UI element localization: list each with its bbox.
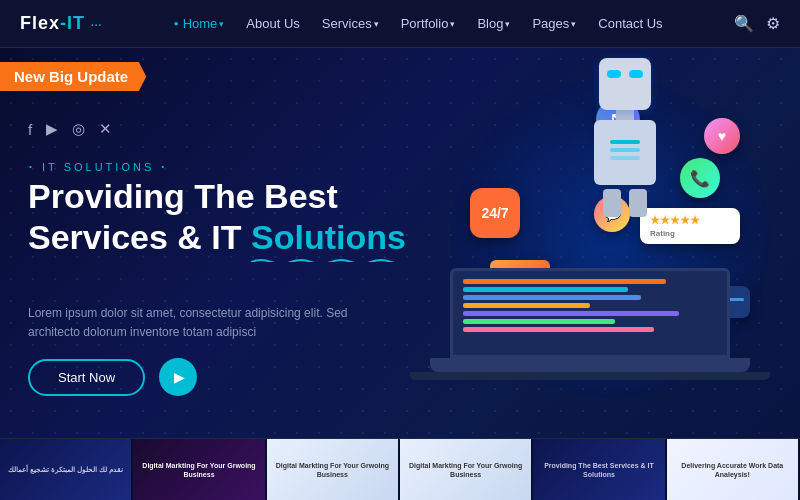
screen-bar-2: [463, 287, 628, 292]
nav-services[interactable]: Services ▾: [322, 16, 379, 31]
laptop-base: [430, 358, 750, 372]
robot-head: [599, 58, 651, 110]
screen-content: [453, 271, 727, 343]
laptop-bottom: [410, 372, 770, 380]
phone-icon-card: 📞: [680, 158, 720, 198]
laptop-illustration: [400, 268, 780, 418]
thumb-6-content: Delivering Accurate Work Data Analeysis!: [667, 439, 798, 500]
heart-icon-card: ♥: [704, 118, 740, 154]
robot-leg-right: [629, 189, 647, 217]
settings-icon[interactable]: ⚙: [766, 14, 780, 33]
nav-links: ●Home ▾ About Us Services ▾ Portfolio ▾ …: [174, 16, 663, 31]
hero-illustration: ✉ ♥ 📞 💬 24/7 ★★★★★ Rating 💳 👤: [380, 48, 800, 438]
social-icons: f ▶ ◎ ✕: [28, 120, 112, 138]
thumb-2-content: Digital Markting For Your Grwoing Busine…: [133, 439, 264, 500]
nav-portfolio[interactable]: Portfolio ▾: [401, 16, 456, 31]
hero-body-text: Lorem ipsum dolor sit amet, consectetur …: [28, 304, 368, 342]
search-icon[interactable]: 🔍: [734, 14, 754, 33]
screen-bar-6: [463, 319, 615, 324]
thumb-4[interactable]: Digital Markting For Your Grwoing Busine…: [400, 439, 533, 500]
hero-headline: Providing The Best Services & IT Solutio…: [28, 176, 408, 258]
thumb-1-content: نقدم لك الحلول المبتكرة تشجيع أعمالك: [0, 439, 131, 500]
hero-section: New Big Update f ▶ ◎ ✕ IT SOLUTIONS Prov…: [0, 48, 800, 438]
thumb-5[interactable]: Providing The Best Services & IT Solutio…: [533, 439, 666, 500]
hero-cta: Start Now ▶: [28, 358, 197, 396]
thumb-1[interactable]: نقدم لك الحلول المبتكرة تشجيع أعمالك: [0, 439, 133, 500]
screen-bar-1: [463, 279, 666, 284]
thumb-4-content: Digital Markting For Your Grwoing Busine…: [400, 439, 531, 500]
robot-legs: [580, 189, 670, 217]
thumbnail-strip: نقدم لك الحلول المبتكرة تشجيع أعمالك Dig…: [0, 438, 800, 500]
start-now-button[interactable]: Start Now: [28, 359, 145, 396]
nav-pages[interactable]: Pages ▾: [532, 16, 576, 31]
thumb-3[interactable]: Digital Markting For Your Grwoing Busine…: [267, 439, 400, 500]
facebook-icon[interactable]: f: [28, 121, 32, 138]
screen-bar-5: [463, 311, 679, 316]
it-solutions-label: IT SOLUTIONS: [28, 156, 168, 177]
brand-logo[interactable]: Flex-IT ···: [20, 13, 102, 34]
nav-blog[interactable]: Blog ▾: [477, 16, 510, 31]
nav-actions: 🔍 ⚙: [734, 14, 780, 33]
nav-about[interactable]: About Us: [246, 16, 299, 31]
thumb-5-content: Providing The Best Services & IT Solutio…: [533, 439, 664, 500]
screen-bar-3: [463, 295, 641, 300]
instagram-icon[interactable]: ◎: [72, 120, 85, 138]
screen-bar-4: [463, 303, 590, 308]
play-button[interactable]: ▶: [159, 358, 197, 396]
navbar: Flex-IT ··· ●Home ▾ About Us Services ▾ …: [0, 0, 800, 48]
robot-leg-left: [603, 189, 621, 217]
nav-contact[interactable]: Contact Us: [598, 16, 662, 31]
247-card: 24/7: [470, 188, 520, 238]
robot-neck: [616, 110, 634, 120]
update-badge: New Big Update: [0, 62, 146, 91]
play-icon: ▶: [174, 369, 185, 385]
robot-illustration: [580, 58, 670, 228]
thumb-6[interactable]: Delivering Accurate Work Data Analeysis!: [667, 439, 800, 500]
laptop-screen: [450, 268, 730, 358]
youtube-icon[interactable]: ▶: [46, 120, 58, 138]
robot-body: [594, 120, 656, 185]
nav-home[interactable]: ●Home ▾: [174, 16, 225, 31]
screen-bar-7: [463, 327, 654, 332]
thumb-3-content: Digital Markting For Your Grwoing Busine…: [267, 439, 398, 500]
twitter-x-icon[interactable]: ✕: [99, 120, 112, 138]
thumb-2[interactable]: Digital Markting For Your Grwoing Busine…: [133, 439, 266, 500]
